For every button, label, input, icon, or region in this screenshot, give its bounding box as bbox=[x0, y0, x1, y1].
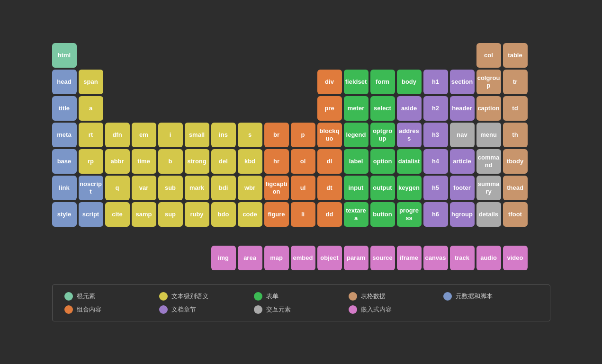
cell-dd[interactable]: dd bbox=[317, 202, 342, 227]
cell-caption[interactable]: caption bbox=[476, 96, 501, 121]
cell-footer[interactable]: footer bbox=[450, 176, 475, 200]
cell-thead[interactable]: thead bbox=[503, 176, 528, 200]
cell-summary[interactable]: summary bbox=[476, 176, 501, 200]
cell-figure[interactable]: figure bbox=[264, 202, 289, 227]
cell-time[interactable]: time bbox=[132, 149, 156, 174]
cell-sup[interactable]: sup bbox=[158, 202, 183, 227]
cell-var[interactable]: var bbox=[132, 176, 156, 200]
cell-table[interactable]: table bbox=[503, 43, 528, 68]
cell-map[interactable]: map bbox=[264, 246, 289, 270]
cell-br[interactable]: br bbox=[264, 123, 289, 147]
cell-aside[interactable]: aside bbox=[397, 96, 422, 121]
cell-track[interactable]: track bbox=[450, 246, 475, 270]
cell-h1[interactable]: h1 bbox=[423, 70, 448, 94]
cell-td[interactable]: td bbox=[503, 96, 528, 121]
cell-command[interactable]: command bbox=[476, 149, 501, 174]
cell-head[interactable]: head bbox=[52, 70, 77, 94]
cell-form[interactable]: form bbox=[370, 70, 395, 94]
cell-h5[interactable]: h5 bbox=[423, 176, 448, 200]
cell-script[interactable]: script bbox=[79, 202, 103, 227]
cell-ruby[interactable]: ruby bbox=[185, 202, 209, 227]
cell-title[interactable]: title bbox=[52, 96, 77, 121]
cell-blockquote[interactable]: blockquo bbox=[317, 123, 342, 147]
cell-progress[interactable]: progress bbox=[397, 202, 422, 227]
cell-source[interactable]: source bbox=[370, 246, 395, 270]
cell-a[interactable]: a bbox=[79, 96, 103, 121]
cell-ins[interactable]: ins bbox=[211, 123, 236, 147]
cell-colgroup[interactable]: colgroup bbox=[476, 70, 501, 94]
cell-audio[interactable]: audio bbox=[476, 246, 501, 270]
cell-html[interactable]: html bbox=[52, 43, 77, 68]
cell-dfn[interactable]: dfn bbox=[105, 123, 130, 147]
cell-rp[interactable]: rp bbox=[79, 149, 103, 174]
cell-bdo[interactable]: bdo bbox=[211, 202, 236, 227]
cell-cite[interactable]: cite bbox=[105, 202, 130, 227]
cell-link[interactable]: link bbox=[52, 176, 77, 200]
cell-section[interactable]: section bbox=[450, 70, 475, 94]
cell-meter[interactable]: meter bbox=[344, 96, 368, 121]
cell-q[interactable]: q bbox=[105, 176, 130, 200]
cell-bdi[interactable]: bdi bbox=[211, 176, 236, 200]
cell-rt[interactable]: rt bbox=[79, 123, 103, 147]
cell-del[interactable]: del bbox=[211, 149, 236, 174]
cell-iframe[interactable]: iframe bbox=[397, 246, 422, 270]
cell-textarea[interactable]: textarea bbox=[344, 202, 368, 227]
cell-keygen[interactable]: keygen bbox=[397, 176, 422, 200]
cell-select[interactable]: select bbox=[370, 96, 395, 121]
cell-i[interactable]: i bbox=[158, 123, 183, 147]
cell-dt[interactable]: dt bbox=[317, 176, 342, 200]
cell-sub[interactable]: sub bbox=[158, 176, 183, 200]
cell-col[interactable]: col bbox=[476, 43, 501, 68]
cell-dl[interactable]: dl bbox=[317, 149, 342, 174]
cell-param[interactable]: param bbox=[344, 246, 368, 270]
cell-datalist[interactable]: datalist bbox=[397, 149, 422, 174]
cell-output[interactable]: output bbox=[370, 176, 395, 200]
cell-canvas[interactable]: canvas bbox=[423, 246, 448, 270]
cell-details[interactable]: details bbox=[476, 202, 501, 227]
cell-fieldset[interactable]: fieldset bbox=[344, 70, 368, 94]
cell-address[interactable]: address bbox=[397, 123, 422, 147]
cell-pre[interactable]: pre bbox=[317, 96, 342, 121]
cell-button[interactable]: button bbox=[370, 202, 395, 227]
cell-kbd[interactable]: kbd bbox=[238, 149, 262, 174]
cell-tfoot[interactable]: tfoot bbox=[503, 202, 528, 227]
cell-object[interactable]: object bbox=[317, 246, 342, 270]
cell-h2[interactable]: h2 bbox=[423, 96, 448, 121]
cell-optgroup[interactable]: optgroup bbox=[370, 123, 395, 147]
cell-h6[interactable]: h6 bbox=[423, 202, 448, 227]
cell-p[interactable]: p bbox=[291, 123, 315, 147]
cell-th[interactable]: th bbox=[503, 123, 528, 147]
cell-li[interactable]: li bbox=[291, 202, 315, 227]
cell-strong[interactable]: strong bbox=[185, 149, 209, 174]
cell-h3[interactable]: h3 bbox=[423, 123, 448, 147]
cell-style[interactable]: style bbox=[52, 202, 77, 227]
cell-ol[interactable]: ol bbox=[291, 149, 315, 174]
cell-label[interactable]: label bbox=[344, 149, 368, 174]
cell-img[interactable]: img bbox=[211, 246, 236, 270]
cell-h4[interactable]: h4 bbox=[423, 149, 448, 174]
cell-ul[interactable]: ul bbox=[291, 176, 315, 200]
cell-body[interactable]: body bbox=[397, 70, 422, 94]
cell-legend[interactable]: legend bbox=[344, 123, 368, 147]
cell-embed[interactable]: embed bbox=[291, 246, 315, 270]
cell-em[interactable]: em bbox=[132, 123, 156, 147]
cell-nav[interactable]: nav bbox=[450, 123, 475, 147]
cell-area[interactable]: area bbox=[238, 246, 262, 270]
cell-tr[interactable]: tr bbox=[503, 70, 528, 94]
cell-b[interactable]: b bbox=[158, 149, 183, 174]
cell-abbr[interactable]: abbr bbox=[105, 149, 130, 174]
cell-span[interactable]: span bbox=[79, 70, 103, 94]
cell-samp[interactable]: samp bbox=[132, 202, 156, 227]
cell-hr[interactable]: hr bbox=[264, 149, 289, 174]
cell-small[interactable]: small bbox=[185, 123, 209, 147]
cell-hgroup[interactable]: hgroup bbox=[450, 202, 475, 227]
cell-tbody[interactable]: tbody bbox=[503, 149, 528, 174]
cell-code[interactable]: code bbox=[238, 202, 262, 227]
cell-div[interactable]: div bbox=[317, 70, 342, 94]
cell-mark[interactable]: mark bbox=[185, 176, 209, 200]
cell-wbr[interactable]: wbr bbox=[238, 176, 262, 200]
cell-video[interactable]: video bbox=[503, 246, 528, 270]
cell-s[interactable]: s bbox=[238, 123, 262, 147]
cell-figcaption[interactable]: figcaption bbox=[264, 176, 289, 200]
cell-header[interactable]: header bbox=[450, 96, 475, 121]
